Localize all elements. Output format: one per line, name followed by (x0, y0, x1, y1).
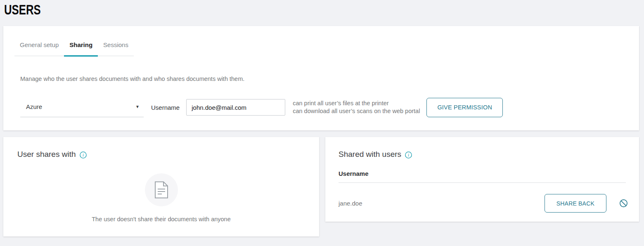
tab-bar: General setup Sharing Sessions (14, 41, 134, 56)
page-title: USERS (4, 2, 41, 18)
sharing-description: Manage who the user shares documents wit… (20, 76, 639, 82)
share-back-button[interactable]: SHARE BACK (545, 194, 606, 213)
document-icon (154, 181, 168, 199)
shared-username: jane.doe (339, 200, 362, 207)
username-field-label: Username (151, 104, 180, 111)
info-icon[interactable]: i (405, 151, 412, 158)
table-row: jane.doe SHARE BACK (325, 183, 639, 224)
permission-note: can print all user’s files at the printe… (293, 99, 420, 115)
empty-state-circle (145, 173, 178, 206)
sharing-settings-card: General setup Sharing Sessions Manage wh… (3, 26, 639, 130)
shared-with-users-title: Shared with users (339, 150, 401, 159)
shared-with-users-card: Shared with users i Username jane.doe SH… (325, 137, 639, 222)
tab-sessions[interactable]: Sessions (98, 41, 134, 57)
tab-sharing[interactable]: Sharing (64, 41, 98, 57)
tab-general-setup[interactable]: General setup (14, 41, 64, 57)
give-permission-button[interactable]: GIVE PERMISSION (426, 98, 503, 117)
empty-state-message: The user doesn't share their documents w… (3, 216, 319, 222)
chevron-down-icon: ▼ (135, 104, 140, 109)
svg-text:i: i (83, 153, 84, 157)
svg-text:i: i (408, 153, 409, 157)
permission-note-line2: can download all user’s scans on the web… (293, 107, 420, 115)
username-column-header: Username (339, 170, 626, 183)
user-shares-with-card: User shares with i The user doesn't shar… (3, 137, 319, 237)
permission-note-line1: can print all user’s files at the printe… (293, 99, 420, 107)
block-icon[interactable] (619, 199, 628, 208)
info-icon[interactable]: i (80, 151, 87, 158)
provider-select-value: Azure (26, 103, 42, 110)
add-share-form: Azure ▼ Username can print all user’s fi… (20, 97, 632, 117)
provider-select[interactable]: Azure ▼ (20, 98, 144, 117)
username-input[interactable] (186, 99, 285, 116)
user-shares-with-title: User shares with (17, 150, 76, 159)
